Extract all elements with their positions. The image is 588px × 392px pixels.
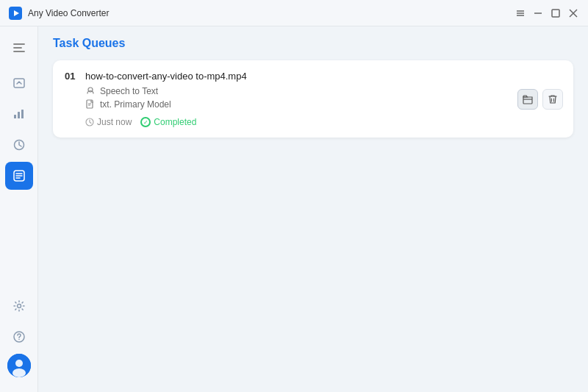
content-area: Task Queues 01 how-to-convert-any-video … xyxy=(38,26,588,392)
task-list: 01 how-to-convert-any-video to-mp4.mp4 S… xyxy=(38,57,588,392)
delete-task-button[interactable] xyxy=(542,89,563,110)
task-model-row: txt. Primary Model xyxy=(85,99,562,110)
history-icon xyxy=(12,138,26,152)
sidebar-item-stats[interactable] xyxy=(5,100,33,128)
sidebar-item-convert[interactable] xyxy=(5,69,33,97)
avatar-icon xyxy=(7,354,31,377)
clock-icon xyxy=(85,118,94,126)
svg-rect-15 xyxy=(21,110,24,118)
close-button[interactable] xyxy=(567,7,579,19)
minimize-button[interactable] xyxy=(532,7,544,19)
titlebar-controls xyxy=(514,7,579,19)
app-title: Any Video Converter xyxy=(28,8,110,18)
page-title: Task Queues xyxy=(53,37,125,49)
task-timestamp: Just now xyxy=(85,117,132,127)
svg-point-25 xyxy=(15,360,23,367)
status-label: Completed xyxy=(154,117,196,127)
settings-icon xyxy=(12,299,26,313)
sidebar-bottom xyxy=(5,292,33,385)
svg-point-26 xyxy=(12,368,26,377)
svg-point-23 xyxy=(18,339,20,341)
hamburger-icon[interactable] xyxy=(514,7,526,19)
folder-open-icon xyxy=(523,94,533,104)
task-status: ✓ Completed xyxy=(140,117,196,127)
titlebar: Any Video Converter xyxy=(0,0,588,26)
user-avatar[interactable] xyxy=(7,354,31,377)
sidebar-item-task-queue[interactable] xyxy=(5,162,33,190)
task-meta: Speech to Text txt. Primary Model xyxy=(65,86,562,110)
app-icon xyxy=(9,7,22,20)
svg-point-21 xyxy=(17,304,21,308)
open-folder-button[interactable] xyxy=(517,89,538,110)
sidebar-item-help[interactable] xyxy=(5,323,33,351)
convert-icon xyxy=(12,76,26,90)
file-icon xyxy=(85,99,96,110)
svg-rect-14 xyxy=(18,112,20,118)
task-footer: Just now ✓ Completed xyxy=(65,117,562,127)
task-type-row: Speech to Text xyxy=(85,86,562,96)
task-type-label: Speech to Text xyxy=(100,86,158,96)
timestamp-label: Just now xyxy=(97,117,132,127)
restore-button[interactable] xyxy=(550,7,562,19)
task-actions xyxy=(517,89,563,110)
task-model-label: txt. Primary Model xyxy=(100,99,171,110)
sidebar xyxy=(0,26,38,392)
status-check-icon: ✓ xyxy=(140,117,151,127)
main-layout: Task Queues 01 how-to-convert-any-video … xyxy=(0,26,588,392)
task-card: 01 how-to-convert-any-video to-mp4.mp4 S… xyxy=(53,60,573,138)
titlebar-left: Any Video Converter xyxy=(9,7,110,20)
sidebar-item-history[interactable] xyxy=(5,131,33,159)
trash-icon xyxy=(548,94,558,104)
task-number: 01 xyxy=(65,71,79,82)
chart-icon xyxy=(12,107,26,121)
help-icon xyxy=(12,330,26,343)
svg-rect-12 xyxy=(14,79,24,88)
menu-icon xyxy=(12,41,26,54)
task-card-header: 01 how-to-convert-any-video to-mp4.mp4 xyxy=(65,71,562,82)
svg-rect-13 xyxy=(14,115,16,118)
speech-icon xyxy=(85,86,96,96)
svg-rect-6 xyxy=(552,10,559,17)
task-queue-icon xyxy=(12,169,26,182)
content-header: Task Queues xyxy=(38,26,588,57)
sidebar-item-settings[interactable] xyxy=(5,292,33,320)
sidebar-top xyxy=(5,34,33,292)
sidebar-item-menu[interactable] xyxy=(5,34,33,62)
task-filename: how-to-convert-any-video to-mp4.mp4 xyxy=(85,71,247,82)
